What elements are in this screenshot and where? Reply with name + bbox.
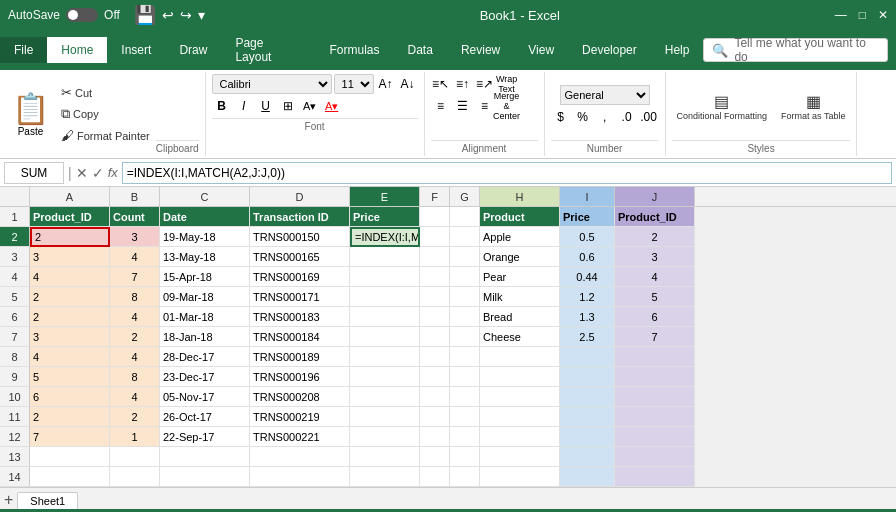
add-sheet-button[interactable]: + — [4, 491, 13, 509]
col-header-a[interactable]: A — [30, 187, 110, 206]
list-item[interactable]: 01-Mar-18 — [160, 307, 250, 327]
formula-cancel-icon[interactable]: ✕ — [76, 165, 88, 181]
align-top-center-button[interactable]: ≡↑ — [453, 74, 473, 94]
list-item[interactable] — [420, 227, 450, 247]
list-item[interactable] — [450, 367, 480, 387]
list-item[interactable] — [450, 427, 480, 447]
tab-data[interactable]: Data — [394, 37, 447, 63]
list-item[interactable]: 28-Dec-17 — [160, 347, 250, 367]
list-item[interactable]: 19-May-18 — [160, 227, 250, 247]
list-item[interactable]: 3 — [110, 227, 160, 247]
tab-file[interactable]: File — [0, 37, 47, 63]
list-item[interactable] — [250, 447, 350, 467]
currency-button[interactable]: $ — [551, 107, 571, 127]
list-item[interactable]: Milk — [480, 287, 560, 307]
row-header[interactable]: 5 — [0, 287, 30, 307]
font-color-button[interactable]: A▾ — [322, 96, 342, 116]
list-item[interactable]: 2 — [110, 327, 160, 347]
list-item[interactable]: TRNS000183 — [250, 307, 350, 327]
list-item[interactable]: 8 — [110, 287, 160, 307]
align-center-button[interactable]: ☰ — [453, 96, 473, 116]
row-header[interactable]: 14 — [0, 467, 30, 487]
list-item[interactable]: 2.5 — [560, 327, 615, 347]
paste-button[interactable]: 📋 Paste — [6, 74, 55, 154]
list-item[interactable]: 13-May-18 — [160, 247, 250, 267]
list-item[interactable] — [30, 467, 110, 487]
list-item[interactable] — [420, 367, 450, 387]
col-header-h[interactable]: H — [480, 187, 560, 206]
list-item[interactable]: TRNS000221 — [250, 427, 350, 447]
list-item[interactable]: 2 — [30, 307, 110, 327]
col-header-c[interactable]: C — [160, 187, 250, 206]
close-icon[interactable]: ✕ — [878, 8, 888, 22]
tell-me-bar[interactable]: 🔍 Tell me what you want to do — [703, 38, 888, 62]
list-item[interactable]: Price — [560, 207, 615, 227]
list-item[interactable] — [350, 467, 420, 487]
list-item[interactable] — [480, 387, 560, 407]
list-item[interactable]: Transaction ID — [250, 207, 350, 227]
list-item[interactable] — [420, 447, 450, 467]
tab-insert[interactable]: Insert — [107, 37, 165, 63]
list-item[interactable] — [480, 347, 560, 367]
col-header-g[interactable]: G — [450, 187, 480, 206]
bold-button[interactable]: B — [212, 96, 232, 116]
tab-page-layout[interactable]: Page Layout — [221, 30, 315, 70]
list-item[interactable]: TRNS000189 — [250, 347, 350, 367]
list-item[interactable] — [450, 467, 480, 487]
list-item[interactable]: =INDEX(I:I,M — [350, 227, 420, 247]
list-item[interactable]: TRNS000196 — [250, 367, 350, 387]
list-item[interactable]: TRNS000165 — [250, 247, 350, 267]
list-item[interactable]: 5 — [30, 367, 110, 387]
list-item[interactable]: 4 — [110, 307, 160, 327]
list-item[interactable]: TRNS000150 — [250, 227, 350, 247]
tab-help[interactable]: Help — [651, 37, 704, 63]
list-item[interactable] — [560, 427, 615, 447]
list-item[interactable]: 8 — [110, 367, 160, 387]
tab-draw[interactable]: Draw — [165, 37, 221, 63]
list-item[interactable] — [420, 247, 450, 267]
maximize-icon[interactable]: □ — [859, 8, 866, 22]
list-item[interactable] — [560, 407, 615, 427]
row-header[interactable]: 11 — [0, 407, 30, 427]
row-header[interactable]: 2 — [0, 227, 30, 247]
italic-button[interactable]: I — [234, 96, 254, 116]
tab-formulas[interactable]: Formulas — [316, 37, 394, 63]
save-icon[interactable]: 💾 — [134, 4, 156, 26]
list-item[interactable]: 4 — [110, 347, 160, 367]
list-item[interactable]: 09-Mar-18 — [160, 287, 250, 307]
list-item[interactable] — [480, 407, 560, 427]
list-item[interactable] — [450, 387, 480, 407]
redo-icon[interactable]: ↪ — [180, 7, 192, 23]
list-item[interactable]: 2 — [30, 287, 110, 307]
list-item[interactable]: 6 — [30, 387, 110, 407]
autosave-toggle[interactable] — [66, 8, 98, 22]
font-size-select[interactable]: 11 — [334, 74, 374, 94]
list-item[interactable]: 0.5 — [560, 227, 615, 247]
list-item[interactable] — [450, 307, 480, 327]
list-item[interactable] — [450, 327, 480, 347]
list-item[interactable]: 6 — [615, 307, 695, 327]
list-item[interactable] — [560, 467, 615, 487]
list-item[interactable] — [350, 307, 420, 327]
list-item[interactable]: 0.6 — [560, 247, 615, 267]
increase-decimal-button[interactable]: .00 — [639, 107, 659, 127]
copy-button[interactable]: ⧉ Copy — [57, 104, 154, 124]
list-item[interactable]: 05-Nov-17 — [160, 387, 250, 407]
list-item[interactable] — [110, 447, 160, 467]
formula-input[interactable] — [122, 162, 892, 184]
list-item[interactable] — [560, 447, 615, 467]
list-item[interactable]: 26-Oct-17 — [160, 407, 250, 427]
list-item[interactable] — [420, 347, 450, 367]
format-as-table-button[interactable]: ▦ Format as Table — [776, 89, 850, 124]
row-header[interactable]: 13 — [0, 447, 30, 467]
list-item[interactable] — [480, 427, 560, 447]
list-item[interactable]: 7 — [110, 267, 160, 287]
minimize-icon[interactable]: — — [835, 8, 847, 22]
tab-view[interactable]: View — [514, 37, 568, 63]
list-item[interactable]: Price — [350, 207, 420, 227]
list-item[interactable] — [615, 407, 695, 427]
tab-home[interactable]: Home — [47, 37, 107, 63]
list-item[interactable]: 22-Sep-17 — [160, 427, 250, 447]
list-item[interactable]: 0.44 — [560, 267, 615, 287]
function-wizard-icon[interactable]: fx — [108, 165, 118, 180]
